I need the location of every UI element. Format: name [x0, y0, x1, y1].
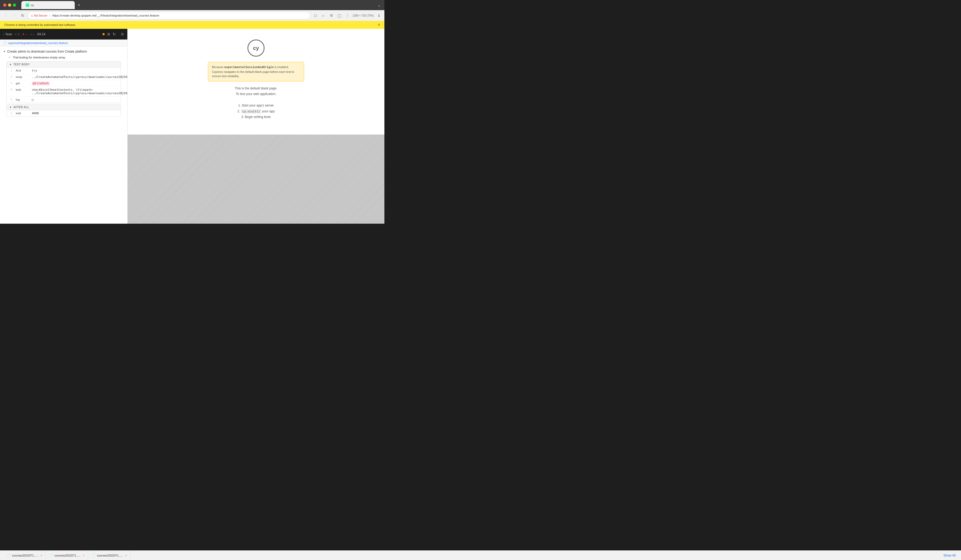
breadcrumb-text[interactable]: cypress/integration/download_courses.fea… — [8, 42, 68, 45]
reload-icon: ↻ — [21, 13, 24, 18]
experimental-code: experimentalSessionAndOrigin — [224, 66, 274, 69]
security-badge: ⚠ Not Secure — [31, 14, 47, 17]
profile-button[interactable]: ◯ — [336, 12, 343, 19]
address-bar[interactable]: ⚠ Not Secure | https://create-develop.qu… — [28, 12, 310, 19]
maximize-traffic-light[interactable] — [13, 3, 16, 7]
blank-page-step-3: 3. Begin writing tests — [235, 114, 277, 120]
code-row-1[interactable]: 1 And try — [7, 67, 121, 74]
line-num-3: 3 — [7, 80, 14, 86]
automation-text: Chrome is being controlled by automated … — [4, 23, 76, 26]
address-bar-row: ‹ › ↻ ⚠ Not Secure | https://create-deve… — [0, 10, 384, 21]
blank-page-subtitle: To test your web application: — [235, 91, 277, 97]
security-label: Not Secure — [34, 14, 47, 17]
toolbar-icons: ⏸ ↻ — [103, 32, 116, 36]
code-row-4[interactable]: 4 task checkExcelSheetContents, {filepat… — [7, 87, 121, 96]
browser-maximize-icon[interactable]: ⌄ — [377, 2, 381, 8]
star-button[interactable]: ☆ — [320, 12, 327, 19]
tests-label: Tests — [5, 32, 12, 36]
cmd-log: log — [14, 96, 30, 103]
settings-icon[interactable]: ⚙ — [121, 32, 124, 36]
url-text: https://create-develop.quipper.net/__/#/… — [52, 14, 159, 17]
minimize-traffic-light[interactable] — [8, 3, 11, 7]
test-body-header[interactable]: ▼ TEST BODY — [7, 62, 121, 67]
after-all-label: AFTER ALL — [13, 106, 29, 109]
address-url: https://create-develop.quipper.net/__/#/… — [52, 14, 307, 17]
filepath-alias: @filePath — [32, 82, 50, 85]
back-icon: ‹ — [5, 13, 6, 18]
info-button[interactable]: ℹ — [375, 12, 382, 19]
fail-number: -- — [25, 32, 27, 36]
chevron-left-icon: ‹ — [3, 32, 4, 36]
suite-chevron-icon: ▼ — [3, 50, 6, 53]
address-bar-actions: ⬡ ☆ ⧉ ◯ ⋮ — [312, 12, 351, 19]
bookmark-button[interactable]: ⬡ — [312, 12, 319, 19]
circle-icon: ○ — [30, 32, 32, 36]
title-bar: cy cy + ⌄ — [0, 0, 384, 10]
blank-page-step-2: 2. cy.visit() your app — [235, 109, 277, 114]
cypress-toolbar: ‹ Tests ✓ 1 ✗ -- ○ -- 04.14 ⏸ ↻ ⚙ — [0, 29, 127, 40]
x-icon: ✗ — [22, 32, 24, 36]
refresh-icon[interactable]: ↻ — [112, 32, 116, 36]
signal-icon[interactable]: ⏸ — [107, 32, 111, 36]
after-all-chevron-icon: ▼ — [9, 106, 12, 109]
forward-icon: › — [14, 13, 15, 18]
cmd-args-2: ../CreateAutomatedTests/cypress/download… — [30, 74, 127, 80]
url-separator: | — [50, 14, 50, 17]
test-tree: ▼ Create admin to download courses from … — [0, 47, 127, 224]
cypress-logo-text: cy — [253, 45, 259, 51]
test-body-section: ▼ TEST BODY 1 And try 2 wrap ../CreateAu… — [6, 61, 121, 103]
extension-button[interactable]: ⧉ — [328, 12, 335, 19]
app-panel: cy Because experimentalSessionAndOrigin … — [128, 29, 384, 224]
traffic-lights — [3, 3, 16, 7]
code-row-3[interactable]: 3 get @filePath — [7, 80, 121, 87]
test-item[interactable]: ✓ Trial testing for sheetnames empty arr… — [3, 55, 124, 60]
cypress-blank-page: cy Because experimentalSessionAndOrigin … — [128, 29, 384, 135]
line-num-1: 1 — [7, 67, 14, 73]
body-chevron-icon: ▼ — [9, 63, 12, 66]
striped-panel — [128, 135, 384, 224]
file-icon: 📄 — [3, 41, 7, 45]
tab-title: cy — [31, 3, 71, 7]
after-all-line-1: 1 — [7, 110, 14, 116]
menu-button[interactable]: ⋮ — [344, 12, 351, 19]
browser-tab[interactable]: cy cy — [21, 1, 75, 9]
suite-header[interactable]: ▼ Create admin to download courses from … — [3, 48, 124, 55]
test-pass-icon: ✓ — [8, 56, 11, 59]
after-all-header[interactable]: ▼ AFTER ALL — [7, 104, 121, 110]
cmd-args-4: checkExcelSheetContents, {filepath: ../C… — [30, 87, 127, 96]
cypress-panel: ‹ Tests ✓ 1 ✗ -- ○ -- 04.14 ⏸ ↻ ⚙ — [0, 29, 128, 224]
status-dot — [103, 33, 104, 35]
timer: 04.14 — [37, 32, 45, 36]
automation-close-button[interactable]: × — [378, 22, 380, 27]
suite-title: Create admin to download courses from Cr… — [7, 50, 87, 53]
forward-button[interactable]: › — [11, 12, 18, 19]
file-breadcrumb: 📄 cypress/integration/download_courses.f… — [0, 40, 127, 47]
pending-number: -- — [32, 32, 34, 36]
back-button[interactable]: ‹ — [2, 12, 9, 19]
after-all-row-1[interactable]: 1 wait 4000 — [7, 110, 121, 116]
code-row-5[interactable]: 5 log □ — [7, 96, 121, 103]
cmd-args-1: try — [30, 67, 121, 74]
cmd-wrap: wrap — [14, 74, 30, 80]
test-suite: ▼ Create admin to download courses from … — [0, 47, 127, 121]
line-num-2: 2 — [7, 74, 14, 80]
cmd-wait: wait — [14, 110, 30, 116]
security-warning-icon: ⚠ — [31, 14, 33, 17]
line-num-5: 5 — [7, 96, 14, 102]
tab-favicon: cy — [26, 3, 29, 7]
dimension-info: 1280 × 720 (73%) — [352, 14, 374, 17]
pending-count: ○ -- — [30, 32, 35, 36]
tests-button[interactable]: ‹ Tests — [3, 32, 12, 36]
check-icon: ✓ — [14, 32, 17, 36]
reload-button[interactable]: ↻ — [19, 12, 26, 19]
blank-page-content: This is the default blank page. To test … — [235, 86, 277, 120]
test-name: Trial testing for sheetnames empty array — [13, 56, 65, 59]
code-row-2[interactable]: 2 wrap ../CreateAutomatedTests/cypress/d… — [7, 74, 121, 80]
test-body-label: TEST BODY — [13, 63, 30, 66]
new-tab-button[interactable]: + — [76, 2, 82, 8]
close-traffic-light[interactable] — [3, 3, 6, 7]
fail-count: ✗ -- — [22, 32, 27, 36]
browser-chrome: cy cy + ⌄ ‹ › ↻ ⚠ Not Secure | https://c… — [0, 0, 384, 29]
cmd-task: task — [14, 87, 30, 93]
cmd-and: And — [14, 67, 30, 74]
